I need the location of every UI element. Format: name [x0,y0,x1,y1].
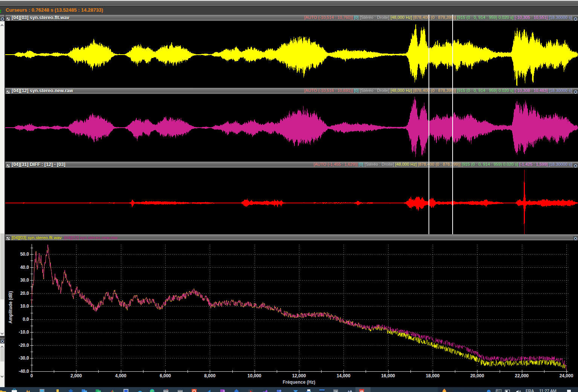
svg-text:-10.0: -10.0 [19,329,29,335]
svg-text:10.0: 10.0 [20,304,29,309]
svg-text:12,000: 12,000 [292,373,306,378]
svg-text:20,000: 20,000 [470,373,484,378]
svg-text:30.0: 30.0 [20,278,29,283]
svg-text:2,000: 2,000 [70,373,82,378]
svg-text:16,000: 16,000 [381,373,395,378]
svg-text:14,000: 14,000 [337,373,351,378]
svg-text:8,000: 8,000 [204,373,215,378]
svg-text:0.0: 0.0 [23,317,29,322]
svg-text:18,000: 18,000 [426,373,440,378]
svg-text:20.0: 20.0 [20,291,29,296]
svg-text:4,000: 4,000 [115,373,127,378]
svg-text:24: 24 [334,390,337,392]
svg-text:10,000: 10,000 [247,373,261,378]
svg-text:6,000: 6,000 [160,373,171,378]
svg-text:0: 0 [31,373,33,378]
svg-text:50.0: 50.0 [20,252,29,257]
svg-text:-40.0: -40.0 [19,369,29,374]
svg-text:-20.0: -20.0 [19,343,29,348]
svg-text:-30.0: -30.0 [19,355,29,361]
svg-text:Fréquence (Hz): Fréquence (Hz) [283,380,316,385]
svg-text:40.0: 40.0 [20,265,29,270]
svg-text:22,000: 22,000 [515,373,529,378]
svg-text:VB: VB [360,390,364,392]
svg-text:24,000: 24,000 [560,373,573,378]
svg-text:Amplitude (dB): Amplitude (dB) [8,291,13,323]
